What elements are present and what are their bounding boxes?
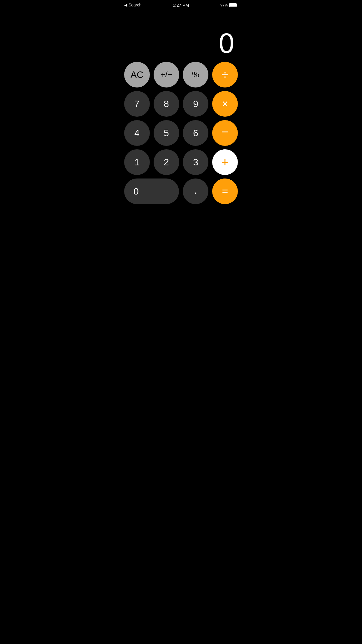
row-123: 1 2 3 +	[124, 149, 238, 175]
multiply-button[interactable]: ×	[212, 91, 238, 117]
calculator-grid: AC +/− % ÷ 7 8 9 × 4 5 6 − 1 2 3 + 0 . =	[121, 62, 241, 204]
status-bar: ◀ Search 5:27 PM 97%	[121, 0, 241, 9]
eight-button[interactable]: 8	[154, 91, 179, 117]
ac-button[interactable]: AC	[124, 62, 150, 88]
calculator-display: 0	[121, 9, 241, 62]
status-time: 5:27 PM	[173, 3, 189, 8]
plusminus-button[interactable]: +/−	[154, 62, 179, 88]
status-left: ◀ Search	[124, 3, 141, 7]
zero-button[interactable]: 0	[124, 178, 179, 204]
battery-icon	[229, 3, 237, 7]
row-func: AC +/− % ÷	[124, 62, 238, 88]
dot-button[interactable]: .	[183, 178, 208, 204]
three-button[interactable]: 3	[183, 149, 208, 175]
battery-percent: 97%	[220, 3, 228, 7]
add-button[interactable]: +	[212, 149, 238, 175]
five-button[interactable]: 5	[154, 120, 179, 146]
seven-button[interactable]: 7	[124, 91, 150, 117]
row-0dot-eq: 0 . =	[124, 178, 238, 204]
back-search[interactable]: ◀ Search	[124, 3, 141, 7]
display-value: 0	[219, 29, 234, 57]
row-789: 7 8 9 ×	[124, 91, 238, 117]
six-button[interactable]: 6	[183, 120, 208, 146]
one-button[interactable]: 1	[124, 149, 150, 175]
row-456: 4 5 6 −	[124, 120, 238, 146]
four-button[interactable]: 4	[124, 120, 150, 146]
divide-button[interactable]: ÷	[212, 62, 238, 88]
status-right: 97%	[220, 3, 237, 7]
two-button[interactable]: 2	[154, 149, 179, 175]
subtract-button[interactable]: −	[212, 120, 238, 146]
equals-button[interactable]: =	[212, 178, 238, 204]
percent-button[interactable]: %	[183, 62, 208, 88]
nine-button[interactable]: 9	[183, 91, 208, 117]
